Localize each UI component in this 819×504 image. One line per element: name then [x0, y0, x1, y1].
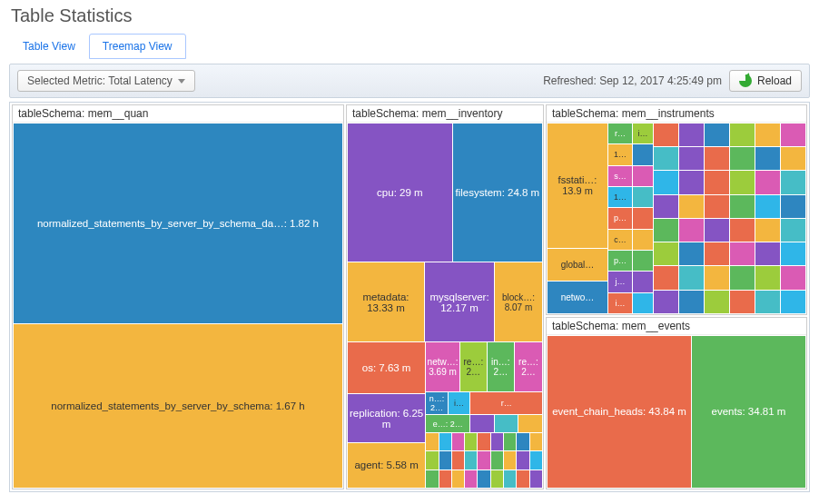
treemap-cell[interactable]: c… — [608, 230, 632, 250]
treemap-visualization: tableSchema: mem__quan normalized_statem… — [9, 102, 810, 492]
group-header: tableSchema: mem__quan — [13, 105, 343, 123]
treemap-cell[interactable] — [633, 251, 653, 271]
treemap-cell[interactable]: 1… — [608, 144, 632, 164]
treemap-cell[interactable]: j… — [608, 272, 632, 292]
treemap-cell[interactable]: in…: 2… — [488, 342, 514, 391]
treemap-cell[interactable]: re…: 2… — [515, 342, 542, 391]
treemap-cell[interactable]: n…: 2… — [426, 392, 448, 414]
treemap-cell[interactable]: mysqlserver: 12.17 m — [425, 262, 494, 342]
treemap-cell[interactable]: metadata: 13.33 m — [348, 262, 424, 342]
treemap-cell[interactable]: netw…: 3.69 m — [426, 342, 459, 391]
treemap-cell[interactable]: agent: 5.58 m — [348, 443, 425, 488]
chevron-down-icon — [178, 79, 185, 84]
treemap-cell[interactable] — [633, 166, 653, 186]
treemap-cell[interactable]: normalized_statements_by_server_by_schem… — [14, 324, 342, 488]
treemap-cell[interactable]: global… — [548, 249, 607, 281]
group-mem-events: tableSchema: mem__events event_chain_hea… — [546, 317, 807, 489]
treemap-cell[interactable]: event_chain_heads: 43.84 m — [548, 336, 691, 488]
group-header: tableSchema: mem__inventory — [347, 105, 543, 123]
treemap-cell[interactable]: e…: 2… — [426, 415, 469, 432]
treemap-cell[interactable]: p… — [608, 251, 632, 271]
treemap-cell[interactable] — [518, 415, 542, 433]
treemap-cell[interactable]: events: 34.81 m — [692, 336, 805, 488]
treemap-cell[interactable]: replication: 6.25 m — [348, 394, 425, 442]
treemap-tiny-cells[interactable] — [426, 433, 542, 488]
treemap-cell[interactable] — [633, 230, 653, 250]
group-mem-instruments: tableSchema: mem__instruments fsstati…: … — [546, 104, 807, 315]
treemap-cell[interactable] — [633, 208, 653, 228]
treemap-cell[interactable]: i… — [633, 124, 653, 143]
treemap-cell[interactable]: filesystem: 24.8 m — [453, 124, 542, 262]
treemap-cell[interactable]: netwo… — [548, 282, 607, 313]
treemap-cell[interactable]: r… — [470, 392, 542, 414]
group-header: tableSchema: mem__events — [547, 318, 806, 335]
treemap-cell[interactable]: p… — [608, 208, 632, 228]
group-mem-inventory: tableSchema: mem__inventory cpu: 29 m fi… — [346, 104, 544, 489]
treemap-cell[interactable]: i… — [449, 392, 470, 414]
reload-button[interactable]: Reload — [729, 70, 802, 92]
treemap-cell[interactable] — [470, 415, 494, 433]
tab-treemap-view[interactable]: Treemap View — [89, 34, 186, 59]
refreshed-timestamp: Refreshed: Sep 12, 2017 4:25:49 pm — [543, 74, 722, 87]
treemap-cell[interactable] — [633, 144, 653, 164]
treemap-cell[interactable]: re…: 2… — [460, 342, 487, 391]
reload-label: Reload — [757, 74, 792, 87]
treemap-cell[interactable]: block…: 8.07 m — [495, 262, 542, 342]
treemap-tiny-cells[interactable] — [654, 124, 805, 313]
treemap-cell[interactable] — [633, 272, 653, 292]
treemap-cell[interactable] — [495, 415, 518, 433]
selected-metric-dropdown[interactable]: Selected Metric: Total Latency — [17, 70, 195, 92]
treemap-cell[interactable]: i… — [608, 293, 632, 313]
selected-metric-label: Selected Metric: Total Latency — [27, 74, 173, 87]
treemap-cell[interactable]: normalized_statements_by_server_by_schem… — [14, 124, 342, 323]
metrics-toolbar: Selected Metric: Total Latency Refreshed… — [9, 64, 810, 98]
treemap-cell[interactable]: fsstati…: 13.9 m — [548, 124, 607, 248]
view-tabs: Table View Treemap View — [9, 34, 810, 60]
group-mem-quan: tableSchema: mem__quan normalized_statem… — [12, 104, 344, 489]
page-title: Table Statistics — [11, 5, 810, 26]
treemap-cell[interactable] — [633, 187, 653, 207]
treemap-cell[interactable]: s… — [608, 166, 632, 186]
tab-table-view[interactable]: Table View — [9, 34, 89, 59]
reload-icon — [739, 74, 752, 87]
treemap-cell[interactable]: os: 7.63 m — [348, 342, 425, 393]
treemap-cell[interactable]: 1… — [608, 187, 632, 207]
treemap-cell[interactable]: r… — [608, 124, 632, 143]
group-header: tableSchema: mem__instruments — [547, 105, 806, 123]
treemap-cell[interactable]: cpu: 29 m — [348, 124, 452, 262]
treemap-cell[interactable] — [633, 293, 653, 313]
